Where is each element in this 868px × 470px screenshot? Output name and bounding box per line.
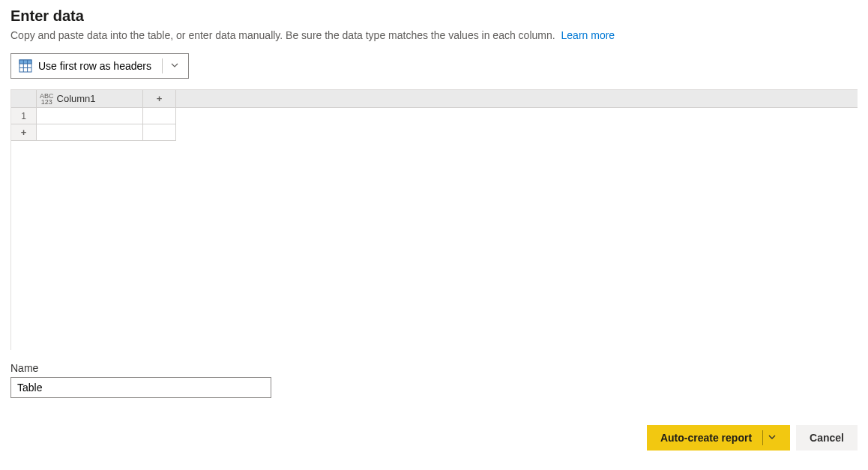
- column-name: Column1: [57, 93, 96, 104]
- table-icon: [19, 59, 32, 73]
- add-column-button[interactable]: +: [143, 90, 176, 108]
- cell-filler: [143, 124, 176, 141]
- use-first-row-button[interactable]: Use first row as headers: [10, 53, 189, 79]
- cancel-button[interactable]: Cancel: [796, 425, 858, 451]
- add-row-button[interactable]: +: [11, 124, 37, 141]
- svg-rect-1: [19, 60, 31, 64]
- cell-filler: [143, 108, 176, 124]
- button-divider: [162, 58, 163, 73]
- use-first-row-label: Use first row as headers: [38, 60, 151, 72]
- auto-create-report-button[interactable]: Auto-create report: [647, 425, 790, 451]
- name-label: Name: [10, 362, 858, 374]
- type-icon: ABC 123: [40, 93, 54, 105]
- row-header[interactable]: 1: [11, 108, 37, 124]
- cell-filler: [37, 124, 143, 141]
- subtitle-text: Copy and paste data into the table, or e…: [10, 29, 555, 41]
- primary-button-label: Auto-create report: [660, 432, 752, 444]
- name-input[interactable]: [10, 377, 271, 398]
- chevron-down-icon[interactable]: [170, 60, 179, 72]
- footer-actions: Auto-create report Cancel: [10, 425, 858, 451]
- data-grid[interactable]: ABC 123 Column1 + 1 +: [10, 89, 858, 350]
- header-filler: [176, 90, 858, 108]
- page-title: Enter data: [10, 7, 858, 25]
- button-divider: [762, 430, 763, 445]
- grid-corner: [11, 90, 37, 108]
- page-subtitle: Copy and paste data into the table, or e…: [10, 29, 858, 41]
- column-header[interactable]: ABC 123 Column1: [37, 90, 143, 108]
- learn-more-link[interactable]: Learn more: [561, 29, 615, 41]
- data-cell[interactable]: [37, 108, 143, 124]
- chevron-down-icon[interactable]: [768, 432, 777, 444]
